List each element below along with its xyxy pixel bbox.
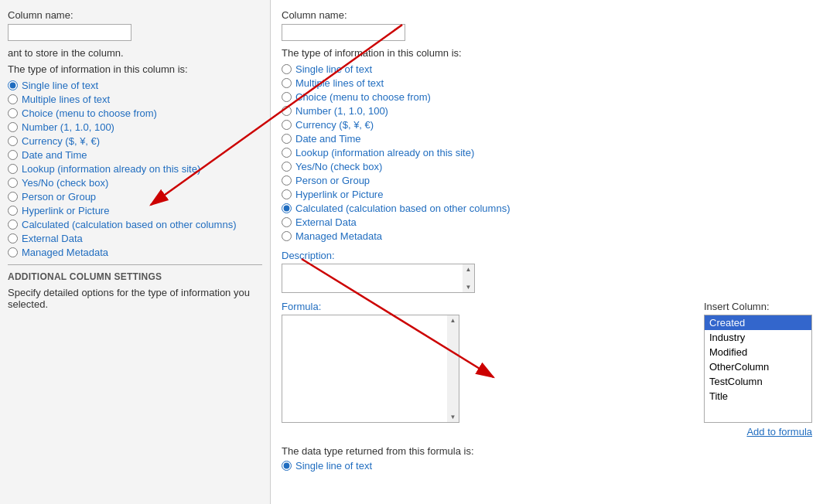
right-radio-calculated-input[interactable] (282, 203, 292, 213)
left-radio-yesno[interactable]: Yes/No (check box) (8, 177, 262, 189)
right-radio-lookup[interactable]: Lookup (information already on this site… (282, 147, 812, 158)
right-panel: Column name: The type of information in … (271, 0, 823, 504)
right-radio-multiple-input[interactable] (282, 78, 292, 88)
left-radio-datetime[interactable]: Date and Time (8, 149, 262, 161)
left-radio-single[interactable]: Single line of text (8, 80, 262, 91)
insert-column-item-title[interactable]: Title (705, 389, 811, 404)
left-column-name-input[interactable] (8, 24, 131, 41)
left-radio-person[interactable]: Person or Group (8, 191, 262, 203)
right-radio-managed[interactable]: Managed Metadata (282, 230, 812, 242)
right-radio-person[interactable]: Person or Group (282, 175, 812, 186)
right-radio-number-input[interactable] (282, 106, 292, 116)
left-radio-group: Single line of text Multiple lines of te… (8, 80, 262, 258)
data-type-single-radio[interactable]: Single line of text (282, 460, 812, 472)
right-radio-datetime-input[interactable] (282, 134, 292, 144)
left-radio-currency[interactable]: Currency ($, ¥, €) (8, 135, 262, 147)
left-radio-single-input[interactable] (8, 80, 18, 90)
right-radio-currency[interactable]: Currency ($, ¥, €) (282, 119, 812, 131)
right-radio-lookup-input[interactable] (282, 148, 292, 158)
right-radio-hyperlink-input[interactable] (282, 189, 292, 199)
additional-settings-title: Additional Column Settings (8, 271, 262, 282)
formula-scrollbar-down-icon[interactable]: ▼ (450, 414, 456, 421)
left-radio-calculated[interactable]: Calculated (calculation based on other c… (8, 219, 262, 230)
formula-insert-row: Formula: ▲ ▼ Insert Column: Created Indu… (282, 301, 812, 438)
left-radio-managed-input[interactable] (8, 247, 18, 257)
right-info-text: The type of information in this column i… (282, 47, 812, 59)
left-radio-currency-input[interactable] (8, 136, 18, 146)
right-radio-group: Single line of text Multiple lines of te… (282, 63, 812, 242)
left-radio-lookup[interactable]: Lookup (information already on this site… (8, 163, 262, 175)
additional-settings-section: Additional Column Settings Specify detai… (8, 264, 262, 310)
right-radio-single[interactable]: Single line of text (282, 63, 812, 75)
data-type-section: The data type returned from this formula… (282, 445, 812, 472)
left-radio-number-input[interactable] (8, 122, 18, 132)
left-radio-datetime-input[interactable] (8, 150, 18, 160)
left-panel: Column name: ant to store in the column.… (0, 0, 271, 504)
right-radio-external[interactable]: External Data (282, 216, 812, 228)
right-radio-person-input[interactable] (282, 175, 292, 186)
right-column-name-input[interactable] (282, 24, 405, 41)
description-section: Description: ▲ ▼ (282, 250, 812, 293)
left-radio-person-input[interactable] (8, 192, 18, 202)
left-radio-multiple[interactable]: Multiple lines of text (8, 94, 262, 105)
additional-settings-text: Specify detailed options for the type of… (8, 287, 262, 310)
insert-column-section: Insert Column: Created Industry Modified… (704, 301, 812, 438)
insert-column-label: Insert Column: (704, 301, 812, 312)
description-textarea[interactable] (282, 264, 463, 293)
data-type-label: The data type returned from this formula… (282, 445, 812, 457)
right-radio-yesno-input[interactable] (282, 162, 292, 172)
formula-scrollbar-up-icon[interactable]: ▲ (450, 317, 456, 324)
right-radio-hyperlink[interactable]: Hyperlink or Picture (282, 189, 812, 200)
right-radio-datetime[interactable]: Date and Time (282, 133, 812, 145)
left-radio-lookup-input[interactable] (8, 164, 18, 174)
left-radio-yesno-input[interactable] (8, 178, 18, 188)
data-type-single-input[interactable] (282, 461, 292, 471)
left-radio-hyperlink-input[interactable] (8, 206, 18, 216)
desc-scrollbar-up-icon[interactable]: ▲ (466, 266, 472, 273)
insert-column-item-industry[interactable]: Industry (705, 330, 811, 345)
insert-column-item-testcolumn[interactable]: TestColumn (705, 374, 811, 389)
left-radio-external[interactable]: External Data (8, 233, 262, 244)
formula-label: Formula: (282, 301, 696, 312)
right-radio-calculated[interactable]: Calculated (calculation based on other c… (282, 203, 812, 214)
right-radio-single-input[interactable] (282, 64, 292, 74)
left-column-name-label: Column name: (8, 9, 262, 21)
right-column-name-label: Column name: (282, 9, 812, 21)
right-radio-yesno[interactable]: Yes/No (check box) (282, 161, 812, 172)
right-radio-managed-input[interactable] (282, 231, 292, 241)
right-radio-currency-input[interactable] (282, 120, 292, 130)
formula-textarea[interactable] (282, 315, 447, 423)
right-radio-choice[interactable]: Choice (menu to choose from) (282, 91, 812, 103)
left-radio-choice-input[interactable] (8, 108, 18, 118)
left-radio-choice[interactable]: Choice (menu to choose from) (8, 107, 262, 119)
description-label: Description: (282, 250, 812, 261)
left-radio-number[interactable]: Number (1, 1.0, 100) (8, 121, 262, 133)
desc-scrollbar-down-icon[interactable]: ▼ (466, 284, 472, 291)
insert-column-list[interactable]: Created Industry Modified OtherColumn Te… (704, 315, 812, 423)
right-radio-external-input[interactable] (282, 217, 292, 227)
left-radio-external-input[interactable] (8, 233, 18, 243)
right-radio-choice-input[interactable] (282, 92, 292, 102)
formula-section: Formula: ▲ ▼ (282, 301, 696, 423)
left-radio-managed[interactable]: Managed Metadata (8, 247, 262, 258)
left-radio-calculated-input[interactable] (8, 220, 18, 230)
insert-column-item-modified[interactable]: Modified (705, 345, 811, 359)
add-to-formula-button[interactable]: Add to formula (704, 426, 812, 438)
insert-column-item-othercolumn[interactable]: OtherColumn (705, 359, 811, 374)
left-radio-hyperlink[interactable]: Hyperlink or Picture (8, 205, 262, 216)
left-radio-multiple-input[interactable] (8, 94, 18, 104)
right-radio-number[interactable]: Number (1, 1.0, 100) (282, 105, 812, 117)
left-info-text: The type of information in this column i… (8, 63, 262, 75)
insert-column-item-created[interactable]: Created (705, 315, 811, 330)
left-partial-text: ant to store in the column. (8, 47, 262, 59)
right-radio-multiple[interactable]: Multiple lines of text (282, 77, 812, 89)
